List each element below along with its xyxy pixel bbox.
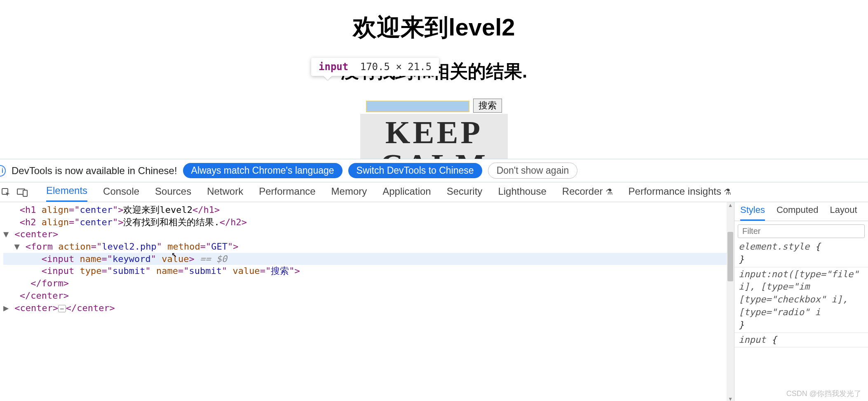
search-button[interactable]: 搜索 [473, 99, 502, 113]
styles-pane: Styles Computed Layout Eve element.style… [734, 202, 868, 401]
dont-show-again-button[interactable]: Don't show again [488, 163, 578, 179]
tab-application[interactable]: Application [382, 186, 431, 201]
tab-elements[interactable]: Elements [46, 185, 87, 202]
search-form: 搜索 [0, 99, 868, 113]
always-match-language-button[interactable]: Always match Chrome's language [183, 163, 343, 178]
keep-calm-line1: KEEP [360, 116, 508, 149]
inspector-tooltip: input 170.5 × 21.5 [311, 58, 439, 76]
devtools-main: <h1 align="center">欢迎来到level2</h1> <h2 a… [0, 202, 868, 401]
mouse-cursor-icon: ↖ [171, 249, 177, 259]
flask-icon: ⚗ [605, 187, 613, 196]
tab-network[interactable]: Network [207, 186, 243, 201]
tooltip-dimensions: 170.5 × 21.5 [360, 61, 432, 73]
info-icon: i [0, 165, 6, 177]
dom-tree[interactable]: <h1 align="center">欢迎来到level2</h1> <h2 a… [0, 202, 734, 401]
dom-scrollbar[interactable]: ▲ ▼ [727, 202, 734, 401]
keyword-input[interactable] [366, 101, 469, 112]
tab-performance[interactable]: Performance [259, 186, 315, 201]
page-title: 欢迎来到level2 [0, 12, 868, 44]
scroll-thumb[interactable] [727, 232, 733, 281]
scroll-down-icon[interactable]: ▼ [727, 396, 734, 401]
tooltip-tag: input [319, 61, 348, 73]
svg-rect-2 [23, 190, 27, 196]
tab-console[interactable]: Console [103, 186, 139, 201]
infobar-message: DevTools is now available in Chinese! [12, 165, 177, 177]
scroll-up-icon[interactable]: ▲ [727, 202, 734, 208]
tab-recorder[interactable]: Recorder⚗ [562, 186, 613, 201]
styles-filter-input[interactable] [738, 224, 865, 238]
keep-calm-image: KEEP CALM [360, 114, 508, 159]
styles-tab-styles[interactable]: Styles [740, 205, 765, 221]
flask-icon: ⚗ [724, 187, 731, 196]
watermark: CSDN @你挡我发光了 [786, 389, 861, 399]
inspect-element-icon[interactable] [0, 186, 12, 198]
styles-tab-computed[interactable]: Computed [777, 205, 819, 221]
ellipsis-icon[interactable]: ⋯ [58, 305, 66, 312]
tab-memory[interactable]: Memory [331, 186, 367, 201]
switch-devtools-chinese-button[interactable]: Switch DevTools to Chinese [348, 163, 482, 178]
dom-selected-node[interactable]: <input name="keyword" value> == $0 [3, 253, 734, 265]
tab-security[interactable]: Security [447, 186, 483, 201]
tab-sources[interactable]: Sources [155, 186, 191, 201]
style-rule-element[interactable]: element.style {} [734, 240, 868, 267]
style-rule-input[interactable]: input { [734, 333, 868, 348]
rendered-page: 欢迎来到level2 没有找到和相关的结果. input 170.5 × 21.… [0, 0, 868, 159]
styles-tab-layout[interactable]: Layout [830, 205, 857, 221]
device-toolbar-icon[interactable] [16, 186, 28, 198]
styles-tabs: Styles Computed Layout Eve [734, 202, 868, 221]
devtools-tabs: Elements Console Sources Network Perform… [0, 182, 868, 202]
tab-performance-insights[interactable]: Performance insights⚗ [629, 186, 731, 201]
style-rule-input-not[interactable]: input:not([type="file" i], [type="im[typ… [734, 267, 868, 333]
tab-lighthouse[interactable]: Lighthouse [498, 186, 546, 201]
keep-calm-line2: CALM [360, 149, 508, 159]
devtools-infobar: i DevTools is now available in Chinese! … [0, 159, 868, 182]
